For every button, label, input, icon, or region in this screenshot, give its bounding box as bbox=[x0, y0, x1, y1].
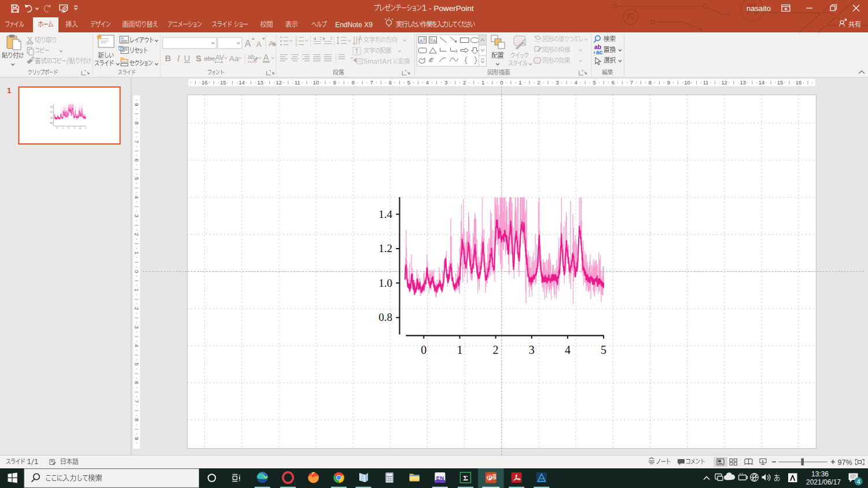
svg-text:10: 10 bbox=[313, 79, 319, 86]
svg-text:ac: ac bbox=[596, 49, 603, 56]
svg-text:5: 5 bbox=[407, 79, 410, 86]
svg-text:8: 8 bbox=[134, 121, 140, 124]
svg-text:3: 3 bbox=[134, 215, 140, 217]
svg-text:0: 0 bbox=[421, 343, 426, 356]
svg-text:1.4: 1.4 bbox=[378, 208, 392, 220]
svg-text:abe: abe bbox=[204, 55, 215, 62]
svg-text:5: 5 bbox=[601, 343, 606, 356]
svg-text:4: 4 bbox=[134, 344, 140, 347]
svg-text:nasaito: nasaito bbox=[746, 4, 771, 13]
svg-text:11: 11 bbox=[703, 79, 709, 86]
svg-text:0.8: 0.8 bbox=[378, 311, 392, 323]
svg-text:5: 5 bbox=[134, 363, 140, 365]
svg-text:9: 9 bbox=[134, 103, 140, 106]
svg-text:1: 1 bbox=[7, 86, 12, 95]
svg-text:7: 7 bbox=[370, 79, 373, 86]
svg-text:4: 4 bbox=[574, 79, 577, 86]
svg-text:A: A bbox=[420, 38, 423, 43]
svg-text:3: 3 bbox=[134, 326, 140, 328]
svg-text:3: 3 bbox=[295, 43, 297, 47]
svg-text:8: 8 bbox=[649, 79, 652, 86]
svg-text:12: 12 bbox=[721, 79, 727, 86]
svg-text:13: 13 bbox=[257, 79, 263, 86]
svg-text:10: 10 bbox=[684, 79, 690, 86]
svg-text:15: 15 bbox=[220, 79, 226, 86]
svg-text:13:36: 13:36 bbox=[811, 470, 829, 478]
svg-text:ab: ab bbox=[248, 53, 255, 60]
svg-text:2: 2 bbox=[134, 307, 140, 310]
svg-text:1: 1 bbox=[457, 343, 463, 356]
svg-text:7: 7 bbox=[630, 79, 633, 86]
svg-text:1: 1 bbox=[134, 289, 140, 291]
svg-text:1: 1 bbox=[518, 79, 521, 86]
svg-text:2: 2 bbox=[463, 79, 466, 86]
svg-text:11: 11 bbox=[295, 79, 300, 86]
svg-text:1: 1 bbox=[481, 79, 484, 86]
svg-text:A: A bbox=[433, 38, 436, 43]
svg-text:3: 3 bbox=[556, 79, 558, 86]
svg-text:6: 6 bbox=[134, 381, 140, 384]
svg-text:6: 6 bbox=[389, 79, 392, 86]
svg-text:EndNote X9: EndNote X9 bbox=[335, 21, 373, 29]
svg-text:EN: EN bbox=[436, 475, 444, 481]
svg-text:4: 4 bbox=[134, 196, 140, 199]
svg-text:6: 6 bbox=[612, 79, 615, 86]
svg-text:1.0: 1.0 bbox=[378, 277, 392, 289]
svg-text:16: 16 bbox=[796, 79, 802, 86]
svg-text:A: A bbox=[263, 53, 269, 62]
svg-text:16: 16 bbox=[201, 79, 208, 86]
svg-text:9: 9 bbox=[333, 79, 336, 86]
svg-text:4: 4 bbox=[856, 478, 860, 485]
svg-text:- PowerPoint: - PowerPoint bbox=[427, 4, 474, 13]
svg-text:3: 3 bbox=[444, 79, 447, 86]
svg-text:7: 7 bbox=[134, 140, 140, 143]
svg-text:2021/06/17: 2021/06/17 bbox=[806, 478, 841, 486]
svg-text:2: 2 bbox=[493, 343, 499, 356]
svg-text:8: 8 bbox=[352, 79, 355, 86]
svg-text:7: 7 bbox=[134, 400, 140, 403]
svg-text:0: 0 bbox=[500, 79, 503, 86]
svg-text:0: 0 bbox=[134, 270, 140, 273]
svg-text:12: 12 bbox=[276, 79, 282, 86]
svg-text:A: A bbox=[256, 40, 262, 49]
svg-text:9: 9 bbox=[667, 79, 670, 86]
svg-text:2: 2 bbox=[537, 79, 540, 86]
svg-text:4: 4 bbox=[565, 343, 571, 356]
svg-text:13: 13 bbox=[740, 79, 746, 86]
svg-text:5: 5 bbox=[134, 178, 140, 180]
svg-text:4: 4 bbox=[426, 79, 429, 86]
svg-text:5: 5 bbox=[593, 79, 596, 86]
svg-text:B: B bbox=[165, 54, 171, 63]
svg-text:6: 6 bbox=[134, 158, 140, 161]
svg-text:97%: 97% bbox=[837, 459, 852, 467]
svg-text:8: 8 bbox=[134, 419, 140, 422]
svg-text:3: 3 bbox=[529, 343, 535, 356]
svg-text:A: A bbox=[358, 35, 362, 42]
svg-text:9: 9 bbox=[134, 437, 140, 440]
svg-text:AV: AV bbox=[215, 54, 224, 62]
svg-text:2: 2 bbox=[134, 233, 140, 236]
svg-text:U: U bbox=[184, 54, 190, 63]
svg-text:P: P bbox=[487, 475, 491, 481]
svg-text:1.2: 1.2 bbox=[378, 242, 392, 254]
svg-text:S: S bbox=[196, 54, 201, 63]
svg-text:Σ: Σ bbox=[463, 474, 468, 482]
svg-text:Aa: Aa bbox=[229, 54, 239, 63]
svg-text:1: 1 bbox=[134, 252, 140, 254]
svg-text:14: 14 bbox=[238, 79, 245, 86]
svg-text:15: 15 bbox=[777, 79, 784, 86]
svg-text:14: 14 bbox=[759, 79, 765, 86]
svg-text:A: A bbox=[245, 39, 251, 49]
